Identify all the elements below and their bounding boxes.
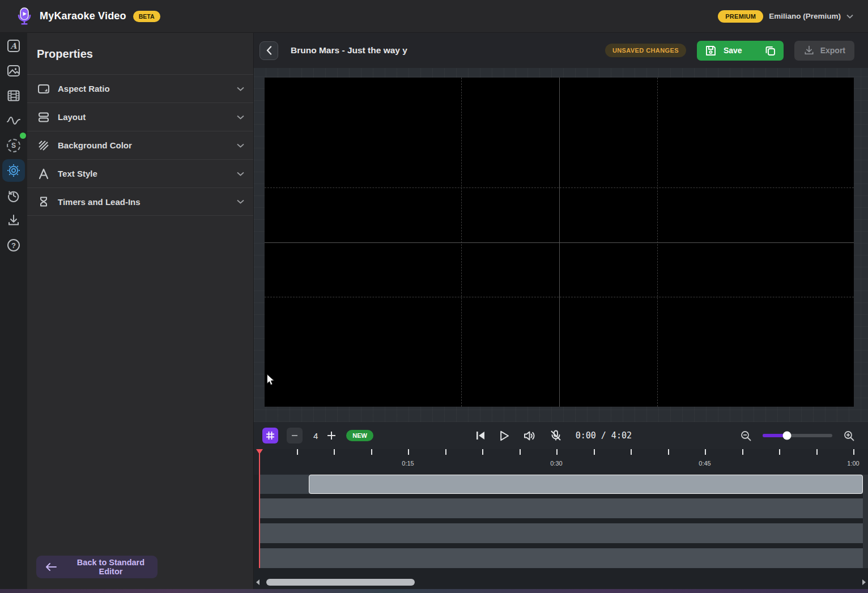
video-canvas[interactable] <box>265 78 854 407</box>
ruler-tick <box>520 449 521 455</box>
ruler-tick <box>482 449 483 455</box>
panel-heading: Properties <box>27 33 253 74</box>
ruler-tick <box>334 449 335 455</box>
timeline-track[interactable] <box>259 498 863 518</box>
section-aspect-ratio[interactable]: Aspect Ratio <box>27 74 253 103</box>
zoom-slider-thumb[interactable] <box>783 432 792 440</box>
save-label: Save <box>724 46 742 55</box>
tool-settings[interactable] <box>2 159 25 182</box>
editor-area: Bruno Mars - Just the way y UNSAVED CHAN… <box>254 33 868 593</box>
zoom-out-button[interactable] <box>741 430 751 441</box>
scroll-left-arrow[interactable] <box>254 579 262 585</box>
scrollbar-track[interactable] <box>262 578 860 586</box>
volume-icon <box>524 430 536 441</box>
tool-help[interactable]: ? <box>2 234 25 257</box>
timeline-clip[interactable] <box>309 475 863 494</box>
chevron-down-icon <box>237 115 244 120</box>
zoom-in-button[interactable] <box>844 430 854 441</box>
grid-line-horizontal-third <box>265 297 854 297</box>
account-menu[interactable]: PREMIUM Emiliano (Premium) <box>718 10 853 23</box>
tool-history[interactable] <box>2 184 25 207</box>
playback-controls-bar: 4 NEW <box>254 422 868 449</box>
user-name: Emiliano (Premium) <box>769 12 841 20</box>
chevron-down-icon <box>846 14 853 19</box>
section-label: Timers and Lead-Ins <box>58 197 141 207</box>
export-download-icon <box>803 45 815 56</box>
chevron-left-icon <box>266 46 272 55</box>
export-button[interactable]: Export <box>794 41 854 61</box>
playhead-handle[interactable] <box>256 449 263 454</box>
premium-badge: PREMIUM <box>718 10 763 23</box>
section-label: Aspect Ratio <box>58 84 110 93</box>
timeline-track[interactable] <box>259 548 863 568</box>
sync-icon: S <box>7 139 20 152</box>
section-timers-leadins[interactable]: Timers and Lead-Ins <box>27 187 253 216</box>
play-button[interactable] <box>500 430 509 441</box>
settings-gear-icon <box>6 163 21 178</box>
film-strip-icon <box>7 89 20 103</box>
new-feature-badge: NEW <box>346 430 373 441</box>
ruler-time-label: 0:30 <box>550 460 562 467</box>
scrollbar-thumb[interactable] <box>266 579 415 586</box>
hourglass-icon <box>37 196 50 207</box>
lyrics-track[interactable] <box>259 475 863 494</box>
ruler-tick <box>631 449 632 455</box>
editor-header: Bruno Mars - Just the way y UNSAVED CHAN… <box>254 33 868 68</box>
zoom-in-icon <box>844 430 854 441</box>
ruler-tick <box>297 449 298 455</box>
ruler-tick <box>853 449 854 455</box>
minus-icon <box>291 432 298 439</box>
section-layout[interactable]: Layout <box>27 103 253 131</box>
volume-button[interactable] <box>524 430 536 441</box>
skip-to-start-button[interactable] <box>475 430 486 441</box>
unsaved-changes-badge: UNSAVED CHANGES <box>605 44 686 57</box>
zoom-slider[interactable] <box>763 434 832 437</box>
save-button[interactable]: Save <box>697 41 784 61</box>
timeline-ruler[interactable]: 0:150:300:451:00 <box>254 449 868 475</box>
back-to-standard-editor-button[interactable]: Back to Standard Editor <box>36 556 158 578</box>
back-to-standard-editor-label: Back to Standard Editor <box>64 558 158 576</box>
tool-video[interactable] <box>2 84 25 107</box>
microphone-logo-icon <box>16 7 33 25</box>
grid-icon <box>266 431 275 440</box>
help-icon: ? <box>7 239 20 251</box>
beta-badge: BETA <box>133 11 160 22</box>
ruler-tick <box>779 449 780 455</box>
app-logo: MyKaraoke Video <box>16 7 126 25</box>
grid-size-value: 4 <box>313 431 318 441</box>
ruler-tick <box>371 449 372 455</box>
arrow-left-icon <box>45 563 57 571</box>
tool-audio[interactable] <box>2 109 25 132</box>
app-title: MyKaraoke Video <box>40 10 126 22</box>
text-style-icon <box>37 168 50 180</box>
microphone-muted-button[interactable] <box>550 430 561 441</box>
grid-decrease-button[interactable] <box>287 428 303 443</box>
grid-toggle-button[interactable] <box>262 428 278 443</box>
section-text-style[interactable]: Text Style <box>27 159 253 187</box>
export-label: Export <box>820 46 845 55</box>
tool-sync[interactable]: S <box>2 134 25 157</box>
ruler-tick <box>556 449 558 455</box>
chevron-down-icon <box>237 199 244 204</box>
ruler-tick <box>816 449 818 455</box>
section-background-color[interactable]: Background Color <box>27 131 253 159</box>
timeline-track[interactable] <box>259 523 863 543</box>
main-layout: A <box>0 33 868 593</box>
scroll-right-arrow[interactable] <box>860 579 868 585</box>
audio-waveform-icon <box>6 114 21 127</box>
playhead-line[interactable] <box>259 453 260 568</box>
tool-text-style[interactable]: A <box>2 35 25 57</box>
back-button[interactable] <box>259 41 278 60</box>
background-color-icon <box>37 140 50 151</box>
tool-image[interactable] <box>2 59 25 82</box>
chevron-down-icon <box>237 87 244 91</box>
section-label: Layout <box>58 112 86 122</box>
tool-download[interactable] <box>2 209 25 232</box>
playback-group: 0:00 / 4:02 <box>475 430 632 441</box>
song-title-input[interactable]: Bruno Mars - Just the way y <box>291 45 407 56</box>
bottom-preview-strip <box>0 589 868 593</box>
top-bar: MyKaraoke Video BETA PREMIUM Emiliano (P… <box>0 0 868 33</box>
chevron-down-icon <box>237 143 244 148</box>
ruler-tick <box>594 449 595 455</box>
grid-increase-button[interactable] <box>327 431 336 440</box>
